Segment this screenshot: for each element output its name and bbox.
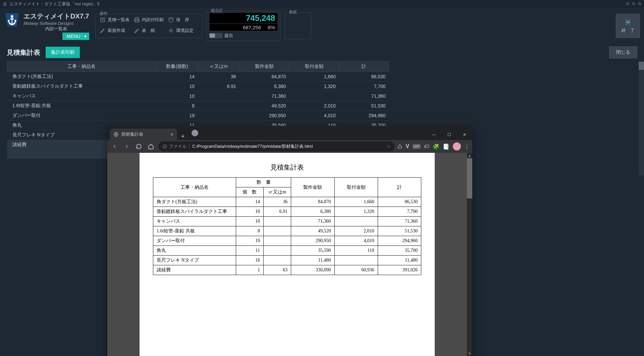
table-row[interactable]: ダンパー取付19290,9504,010294,960 [7,111,389,121]
cell-name: 諸経費 [153,265,236,275]
table-row: ダンパー取付19290,9504,010294,960 [153,236,421,246]
cover-label: 表紙 [287,9,298,15]
col-name[interactable]: 工事・納品名 [7,61,157,72]
col-total[interactable]: 計 [339,61,389,72]
v-icon[interactable]: V [406,143,409,149]
off-badge-icon[interactable]: OFF [413,144,421,149]
submit-row: 提出 [209,31,278,39]
table-row[interactable]: キャンバス1071,36071,360 [7,91,389,101]
cell-make: 6,380 [291,207,334,217]
percent-value: 8% [268,25,275,30]
cell-qty: 10 [156,91,198,101]
cell-name: キャンバス [7,91,157,101]
scroll-down-icon[interactable]: ▼ [467,351,472,356]
table-row: キャンバス1071,36071,360 [153,217,421,226]
scroll-thumb[interactable] [467,158,472,198]
cell-make: 71,360 [239,91,289,101]
table-row[interactable]: 亜鉛鍍鉄板スパイラルダクト工事106.916,3801,3207,700 [7,82,389,91]
tag-icon[interactable]: 🏷 [424,143,429,149]
menu-label: MENU [66,34,80,39]
scroll-up-icon[interactable]: ▲ [467,153,472,158]
print-detail-button[interactable]: 内訳付印刷 [132,15,165,24]
browser-scrollbar[interactable]: ▲ ▼ [467,153,472,356]
cell-qty: 11 [236,246,263,256]
cell-name: ダンパー取付 [153,236,236,246]
menu-button[interactable]: MENU▾ [62,33,89,40]
cell-total: 294,960 [378,236,421,246]
forward-button[interactable] [122,142,131,151]
maximize-button[interactable]: ☐ [441,129,457,140]
close-button[interactable]: 閉じる [609,46,637,58]
cover-button[interactable]: 表 紙 [132,26,165,35]
cell-qty: 19 [156,111,198,121]
profile-icon[interactable] [453,142,461,150]
estimate-list-button[interactable]: 見積一覧表 [98,15,131,24]
save-button[interactable]: 保 存 [167,15,200,24]
col-inst[interactable]: 取付金額 [289,61,339,72]
exit-button[interactable]: 終 了 [616,14,640,38]
pcol-qty: 個 数 [236,187,263,197]
home-button[interactable] [146,142,156,151]
settings-button[interactable]: 環境設定 [167,26,200,35]
submit-label: 提出 [224,33,233,39]
browser-titlebar: 部材集計表 ✕ + — ☐ ✕ [107,126,472,140]
app-title: エスティメイト・ダクト工事版「not regist」5 [9,1,100,7]
section-name: 内訳一覧表 [23,26,89,32]
cell-m: 36 [198,72,239,82]
pcol-make: 製作金額 [291,178,334,197]
tab-title: 部材集計表 [121,131,143,137]
cell-total: 71,360 [378,217,421,226]
total-label: 総合計 [210,8,224,13]
col-qty[interactable]: 数量(個数) [156,61,198,72]
cell-make: 84,870 [239,72,289,82]
reload-icon [136,143,142,149]
cell-m [198,101,239,111]
table-row: 1.6t短管-亜鉛 共板849,5202,01051,530 [153,226,421,236]
cell-name: 角丸 [153,246,236,256]
cell-total: 51,530 [378,226,421,236]
print-summary-button[interactable]: 集計表印刷 [46,47,80,58]
svg-point-2 [169,17,173,19]
submit-toggle[interactable] [209,33,222,38]
cell-name: 亜鉛鍍鉄板スパイラルダクト工事 [153,207,236,217]
close-window-button[interactable]: ✕ [457,129,472,140]
arrow-left-icon [112,143,118,149]
tab-close-icon[interactable]: ✕ [170,132,174,137]
table-row[interactable]: 1.6t短管-亜鉛 共板849,5202,01051,530 [7,101,389,111]
pcol-name: 工事・納品名 [153,178,236,197]
kebab-menu-icon[interactable]: ⋮ [464,143,470,150]
window-controls[interactable] [626,2,641,5]
back-button[interactable] [110,142,119,151]
reading-list-icon[interactable]: 📑 [443,143,449,150]
cell-name: 1.6t短管-亜鉛 共板 [153,226,236,236]
cell-make: 84,870 [291,197,334,207]
svg-point-3 [170,30,172,32]
minimize-button[interactable]: — [426,129,441,140]
vertical-scrollbar[interactable] [639,61,644,175]
cell-inst [334,217,378,226]
table-row[interactable]: 角ダクト(共板工法)143684,8701,66086,530 [7,72,389,82]
col-m[interactable]: ㎡又はm [198,61,239,72]
address-bar[interactable]: ファイル C:/ProgramData/midway/estimate77/pr… [158,141,395,151]
star-icon[interactable]: ☆ [387,144,391,149]
exit-icon [624,18,632,26]
scroll-thumb[interactable] [639,62,644,70]
sub-header: 見積集計表 集計表印刷 閉じる [0,44,644,61]
col-make[interactable]: 製作金額 [239,61,289,72]
guest-badge-icon[interactable] [192,130,198,136]
subtotal-value: 687,256 [243,25,261,30]
cell-inst: 4,010 [334,236,378,246]
recycle-icon[interactable]: ♺ [397,143,402,150]
grand-total: 745,248 [209,12,278,24]
new-button[interactable]: 新規作成 [98,26,131,35]
new-tab-button[interactable]: + [177,133,189,140]
cell-qty: 10 [236,207,263,217]
puzzle-icon[interactable]: 🧩 [433,143,439,150]
browser-tab[interactable]: 部材集計表 ✕ [110,129,177,140]
url-path: C:/ProgramData/midway/estimate77/printda… [192,143,313,149]
cell-inst: 1,320 [289,82,339,91]
table-row: 亜鉛鍍鉄板スパイラルダクト工事106.916,3801,3207,700 [153,207,421,217]
reload-button[interactable] [134,142,144,151]
logo-area: エスティメイトDX7.7 Midway Software Designs 内訳一… [4,12,91,40]
browser-content: 見積集計表 工事・納品名 数 量 製作金額 取付金額 計 個 数 ㎡又はm 角 [107,153,472,356]
